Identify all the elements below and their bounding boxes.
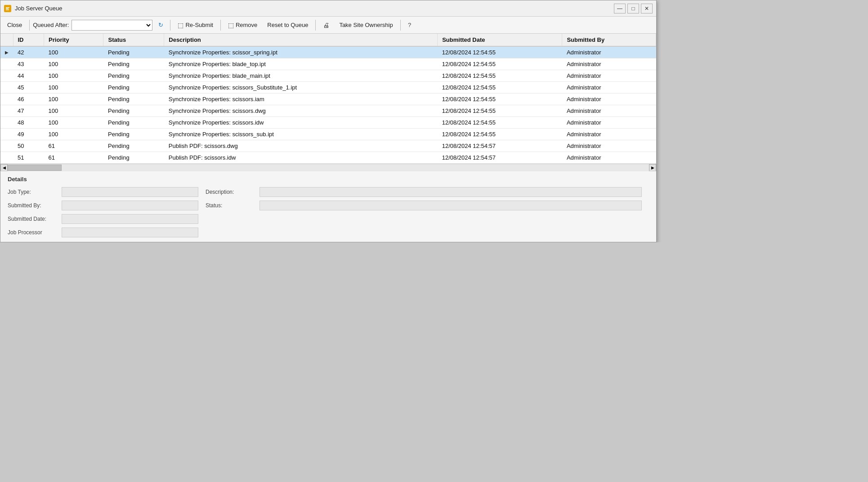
table-container[interactable]: ID Priority Status Description Submitted… [0,34,656,164]
remove-button[interactable]: ⬚ Remove [224,19,261,31]
job-type-value [62,187,198,197]
table-row[interactable]: 46100PendingSynchronize Properties: scis… [0,94,656,105]
col-submitted-by: Submitted By [562,34,656,46]
cell-submitted_by: Administrator [562,94,656,105]
scroll-left-button[interactable]: ◀ [0,164,8,171]
reset-to-queue-button[interactable]: Reset to Queue [263,19,312,31]
close-label: Close [7,22,22,28]
table-row[interactable]: 48100PendingSynchronize Properties: scis… [0,117,656,129]
submitted-date-value [62,214,198,224]
table-body: ▶42100PendingSynchronize Properties: sci… [0,46,656,164]
row-arrow [0,140,13,152]
scroll-right-button[interactable]: ▶ [649,164,656,171]
cell-submitted_by: Administrator [562,46,656,58]
toolbar-separator-5 [400,20,401,31]
table-row[interactable]: 5161PendingPublish PDF: scissors.idw12/0… [0,152,656,164]
cell-status: Pending [103,129,164,140]
cell-id: 50 [13,140,44,152]
table-row[interactable]: 44100PendingSynchronize Properties: blad… [0,70,656,82]
cell-submitted_by: Administrator [562,117,656,129]
help-icon: ? [408,22,411,28]
maximize-button[interactable]: □ [627,4,639,13]
title-bar-controls: — □ ✕ [614,4,653,13]
refresh-button[interactable]: ↻ [154,19,167,31]
help-button[interactable]: ? [404,19,416,31]
cell-description: Synchronize Properties: scissors_sub.ipt [164,129,438,140]
cell-priority: 61 [44,152,103,164]
cell-description: Synchronize Properties: scissors.dwg [164,105,438,117]
svg-rect-2 [6,8,9,9]
cell-priority: 100 [44,117,103,129]
table-row[interactable]: 5061PendingPublish PDF: scissors.dwg12/0… [0,140,656,152]
status-label: Status: [206,202,260,209]
take-site-ownership-button[interactable]: Take Site Ownership [335,19,397,31]
take-site-ownership-label: Take Site Ownership [339,22,393,28]
cell-id: 44 [13,70,44,82]
job-server-queue-window: Job Server Queue — □ ✕ Close Queued Afte… [0,0,657,242]
queued-after-label: Queued After: [33,22,69,28]
description-value [260,187,642,197]
title-bar-left: Job Server Queue [4,5,63,12]
cell-description: Synchronize Properties: scissors_Substit… [164,82,438,94]
horizontal-scrollbar[interactable]: ◀ ▶ [0,164,656,171]
table-row[interactable]: 45100PendingSynchronize Properties: scis… [0,82,656,94]
minimize-button[interactable]: — [614,4,626,13]
print-button[interactable]: 🖨 [319,19,333,31]
row-arrow [0,94,13,105]
job-type-label: Job Type: [8,189,62,195]
cell-submitted_date: 12/08/2024 12:54:55 [438,117,562,129]
row-arrow: ▶ [0,46,13,58]
job-processor-value [62,228,198,237]
resubmit-icon: ⬚ [178,22,183,29]
cell-id: 47 [13,105,44,117]
scrollbar-track[interactable] [8,164,649,171]
window-icon [4,5,11,12]
row-arrow [0,82,13,94]
title-bar: Job Server Queue — □ ✕ [0,0,656,17]
cell-priority: 100 [44,82,103,94]
cell-status: Pending [103,105,164,117]
cell-id: 42 [13,46,44,58]
cell-status: Pending [103,94,164,105]
cell-status: Pending [103,140,164,152]
print-icon: 🖨 [323,22,329,29]
svg-rect-1 [6,7,9,8]
cell-description: Synchronize Properties: scissors.idw [164,117,438,129]
cell-id: 49 [13,129,44,140]
resubmit-button[interactable]: ⬚ Re-Submit [174,19,217,31]
window-close-button[interactable]: ✕ [641,4,653,13]
cell-priority: 100 [44,94,103,105]
cell-submitted_date: 12/08/2024 12:54:55 [438,82,562,94]
cell-description: Synchronize Properties: scissor_spring.i… [164,46,438,58]
cell-submitted_by: Administrator [562,58,656,70]
cell-priority: 100 [44,58,103,70]
cell-submitted_date: 12/08/2024 12:54:57 [438,140,562,152]
cell-priority: 100 [44,70,103,82]
cell-submitted_date: 12/08/2024 12:54:55 [438,94,562,105]
cell-status: Pending [103,70,164,82]
table-row[interactable]: 47100PendingSynchronize Properties: scis… [0,105,656,117]
cell-description: Synchronize Properties: scissors.iam [164,94,438,105]
table-row[interactable]: ▶42100PendingSynchronize Properties: sci… [0,46,656,58]
cell-submitted_date: 12/08/2024 12:54:57 [438,152,562,164]
job-queue-table: ID Priority Status Description Submitted… [0,34,656,164]
remove-icon: ⬚ [228,22,234,29]
close-button[interactable]: Close [3,19,26,31]
cell-submitted_date: 12/08/2024 12:54:55 [438,58,562,70]
cell-description: Publish PDF: scissors.dwg [164,140,438,152]
cell-submitted_date: 12/08/2024 12:54:55 [438,129,562,140]
cell-status: Pending [103,82,164,94]
cell-submitted_by: Administrator [562,105,656,117]
row-arrow [0,70,13,82]
scrollbar-thumb[interactable] [8,165,62,171]
queued-after-select[interactable] [72,20,152,31]
table-row[interactable]: 43100PendingSynchronize Properties: blad… [0,58,656,70]
table-row[interactable]: 49100PendingSynchronize Properties: scis… [0,129,656,140]
cell-description: Synchronize Properties: blade_top.ipt [164,58,438,70]
row-arrow [0,152,13,164]
col-priority: Priority [44,34,103,46]
description-label: Description: [206,189,260,195]
col-status: Status [103,34,164,46]
cell-submitted_by: Administrator [562,152,656,164]
cell-id: 46 [13,94,44,105]
